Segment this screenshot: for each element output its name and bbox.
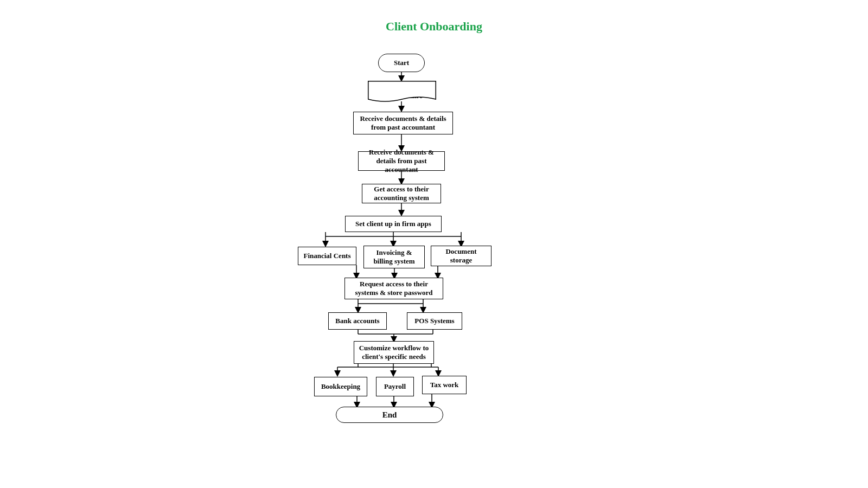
node-label: Financial Cents xyxy=(303,252,350,260)
node-label: Request access to their systems & store … xyxy=(349,280,438,298)
node-label: Receive documents & details from past ac… xyxy=(363,148,440,175)
arrow xyxy=(400,203,403,215)
node-bookkeeping: Bookkeeping xyxy=(314,377,367,396)
node-label: Get access to their accounting system xyxy=(367,185,436,203)
node-receive-2: Receive documents & details from past ac… xyxy=(358,151,445,171)
node-label: Document storage xyxy=(436,247,487,265)
node-send-questionnaire: Send new client questionnaire xyxy=(368,81,436,102)
node-label: Tax work xyxy=(430,381,459,389)
node-doc-storage: Document storage xyxy=(431,246,492,266)
node-label: Send new client questionnaire xyxy=(372,83,432,101)
node-pos-systems: POS Systems xyxy=(407,312,462,330)
node-invoicing: Invoicing & billing system xyxy=(363,246,425,268)
node-label: Start xyxy=(394,59,409,67)
node-label: Customize workflow to client's specific … xyxy=(359,344,429,362)
node-end: End xyxy=(336,407,443,423)
branch-workflow xyxy=(320,364,472,376)
node-get-access: Get access to their accounting system xyxy=(362,184,441,203)
node-label: End xyxy=(382,410,397,420)
node-label: POS Systems xyxy=(414,317,454,325)
node-tax-work: Tax work xyxy=(422,376,467,394)
node-customize-workflow: Customize workflow to client's specific … xyxy=(354,341,434,364)
node-label: Bookkeeping xyxy=(321,382,360,391)
node-label: Receive documents & details from past ac… xyxy=(358,114,448,132)
arrow xyxy=(400,101,403,111)
join-systems xyxy=(326,330,467,342)
node-label: Set client up in firm apps xyxy=(355,220,431,228)
node-start: Start xyxy=(378,54,425,72)
node-request-access: Request access to their systems & store … xyxy=(344,278,443,299)
node-receive-1: Receive documents & details from past ac… xyxy=(353,112,453,134)
node-financial-cents: Financial Cents xyxy=(298,247,356,265)
branch-systems xyxy=(326,299,467,312)
branch-firm-apps xyxy=(298,232,494,246)
node-label: Bank accounts xyxy=(335,317,379,325)
arrow xyxy=(400,72,403,81)
node-payroll: Payroll xyxy=(376,377,414,396)
page-title: Client Onboarding xyxy=(386,20,482,34)
node-label: Payroll xyxy=(384,382,406,391)
node-label: Invoicing & billing system xyxy=(368,248,420,266)
node-bank-accounts: Bank accounts xyxy=(328,312,387,330)
node-set-firm-apps: Set client up in firm apps xyxy=(345,216,442,232)
